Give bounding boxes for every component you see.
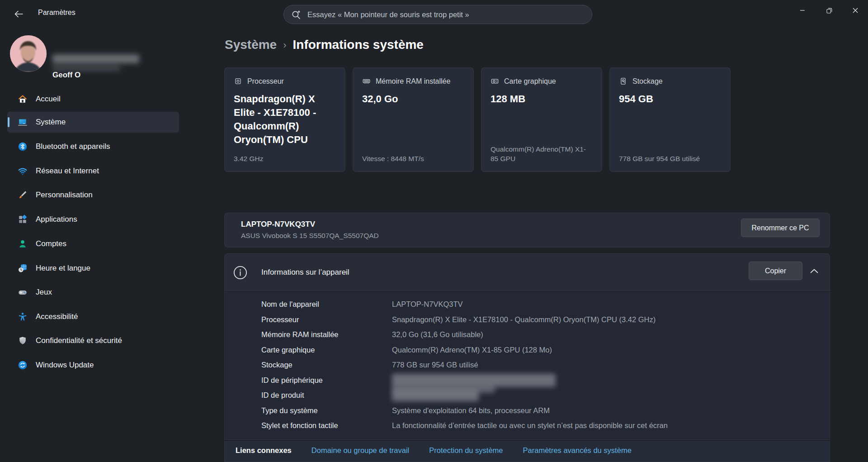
row-value: Qualcomm(R) Adreno(TM) X1-85 GPU (128 Mo… [392, 346, 552, 354]
card-processor: Processeur Snapdragon(R) X Elite - X1E78… [224, 67, 345, 172]
sidebar-item-accueil[interactable]: Accueil [7, 89, 179, 110]
row-label: Stockage [261, 361, 392, 369]
table-row: Processeur Snapdragon(R) X Elite - X1E78… [261, 312, 821, 328]
link-domain-workgroup[interactable]: Domaine ou groupe de travail [311, 446, 409, 455]
rename-pc-button[interactable]: Renommer ce PC [741, 219, 820, 237]
bluetooth-icon [18, 142, 28, 152]
breadcrumb-parent[interactable]: Système [225, 38, 277, 52]
table-row: ID de périphérique [261, 373, 821, 388]
user-name[interactable]: Geoff O [52, 71, 80, 80]
row-label: Processeur [261, 315, 392, 324]
cpu-icon [234, 77, 242, 86]
row-label: Type du système [261, 406, 392, 415]
sidebar-item-jeux[interactable]: Jeux [7, 282, 179, 303]
table-row: Stylet et fonction tactile La fonctionna… [261, 418, 821, 433]
minimize-button[interactable] [790, 0, 815, 21]
settings-window: Paramètres [0, 0, 868, 462]
row-value: 32,0 Go (31,6 Go utilisable) [392, 330, 483, 339]
row-label: ID de périphérique [261, 376, 392, 385]
selection-indicator [8, 117, 9, 127]
gpu-icon [491, 77, 499, 86]
ram-icon [362, 77, 371, 86]
sidebar-item-personnalisation[interactable]: Personnalisation [7, 185, 179, 205]
device-name-panel: LAPTOP-N7VKQ3TV ASUS Vivobook S 15 S5507… [224, 213, 830, 248]
device-info-table: Nom de l'appareil LAPTOP-N7VKQ3TV Proces… [261, 297, 821, 433]
device-info-body: Nom de l'appareil LAPTOP-N7VKQ3TV Proces… [224, 291, 830, 440]
row-label: Stylet et fonction tactile [261, 421, 392, 430]
card-title: Stockage [632, 77, 663, 86]
row-label: Nom de l'appareil [261, 300, 392, 309]
table-row: Nom de l'appareil LAPTOP-N7VKQ3TV [261, 297, 821, 312]
network-icon [18, 166, 28, 176]
card-footer: Qualcomm(R) Adreno(TM) X1-85 GPU [491, 144, 594, 163]
table-row: Stockage 778 GB sur 954 GB utilisé [261, 357, 821, 373]
sidebar-item-reseau[interactable]: Réseau et Internet [7, 161, 179, 181]
back-arrow-icon [14, 10, 23, 18]
sidebar-item-confidentialite[interactable]: Confidentialité et sécurité [7, 330, 179, 351]
sidebar-item-comptes[interactable]: Comptes [7, 233, 179, 254]
card-footer: 3.42 GHz [234, 154, 337, 163]
sidebar-item-applications[interactable]: Applications [7, 209, 179, 230]
card-footer: Vitesse : 8448 MT/s [362, 154, 465, 163]
minimize-icon [800, 8, 805, 13]
card-title: Carte graphique [504, 77, 556, 86]
user-email-redacted [52, 54, 139, 63]
sidebar-item-windows-update[interactable]: Windows Update [7, 355, 179, 376]
accounts-icon [18, 239, 28, 249]
gaming-icon [18, 287, 28, 297]
chevron-up-icon [810, 269, 818, 273]
link-advanced-system-settings[interactable]: Paramètres avancés du système [523, 446, 632, 455]
copy-button[interactable]: Copier [749, 262, 802, 280]
collapse-button[interactable] [805, 262, 823, 280]
windows-update-icon [18, 360, 28, 370]
card-footer: 778 GB sur 954 GB utilisé [619, 154, 722, 163]
card-value: 32,0 Go [362, 92, 464, 106]
accessibility-icon [18, 312, 28, 322]
search-bar[interactable] [283, 5, 592, 24]
row-label: ID de produit [261, 391, 392, 400]
table-row: Type du système Système d'exploitation 6… [261, 403, 821, 419]
avatar[interactable] [10, 35, 47, 72]
close-icon [853, 8, 858, 13]
home-icon [18, 94, 28, 104]
row-label: Mémoire RAM installée [261, 330, 392, 339]
restore-icon [826, 8, 832, 14]
sidebar-item-systeme[interactable]: Système [7, 112, 179, 133]
card-value: Snapdragon(R) X Elite - X1E78100 - Qualc… [234, 92, 336, 147]
row-value: LAPTOP-N7VKQ3TV [392, 300, 463, 309]
row-value: Système d'exploitation 64 bits, processe… [392, 406, 550, 415]
breadcrumb-separator-icon: › [283, 38, 286, 51]
card-value: 954 GB [619, 92, 721, 106]
card-title: Processeur [247, 77, 284, 86]
row-label: Carte graphique [261, 346, 392, 354]
user-email-redacted-2 [52, 65, 120, 71]
sidebar-item-accessibilite[interactable]: Accessibilité [7, 306, 179, 327]
sidebar-item-bluetooth[interactable]: Bluetooth et appareils [7, 136, 179, 157]
table-row: Carte graphique Qualcomm(R) Adreno(TM) X… [261, 343, 821, 358]
sidebar-item-heure-langue[interactable]: Heure et langue [7, 258, 179, 279]
device-info-title: Informations sur l’appareil [261, 268, 349, 277]
table-row: Mémoire RAM installée 32,0 Go (31,6 Go u… [261, 327, 821, 343]
breadcrumb: Système › Informations système [225, 38, 424, 52]
search-input[interactable] [307, 10, 585, 19]
storage-icon [619, 77, 627, 86]
device-name: LAPTOP-N7VKQ3TV [241, 220, 315, 229]
privacy-icon [18, 336, 28, 346]
app-title: Paramètres [38, 9, 75, 17]
apps-icon [18, 214, 28, 224]
close-button[interactable] [843, 0, 868, 21]
card-gpu: Carte graphique 128 MB Qualcomm(R) Adren… [481, 67, 602, 172]
device-info-header[interactable]: Informations sur l’appareil Copier [224, 253, 830, 291]
card-value: 128 MB [491, 92, 593, 106]
related-links-row: Liens connexes Domaine ou groupe de trav… [224, 440, 830, 462]
title-bar: Paramètres [0, 0, 868, 27]
restore-button[interactable] [816, 0, 842, 21]
row-value: Snapdragon(R) X Elite - X1E78100 - Qualc… [392, 315, 656, 324]
card-storage: Stockage 954 GB 778 GB sur 954 GB utilis… [609, 67, 731, 172]
back-button[interactable] [10, 6, 27, 22]
page-title: Informations système [293, 38, 424, 52]
link-system-protection[interactable]: Protection du système [429, 446, 503, 455]
search-icon [291, 10, 301, 19]
row-value: La fonctionnalité d’entrée tactile ou av… [392, 421, 668, 430]
row-value: 778 GB sur 954 GB utilisé [392, 361, 478, 369]
